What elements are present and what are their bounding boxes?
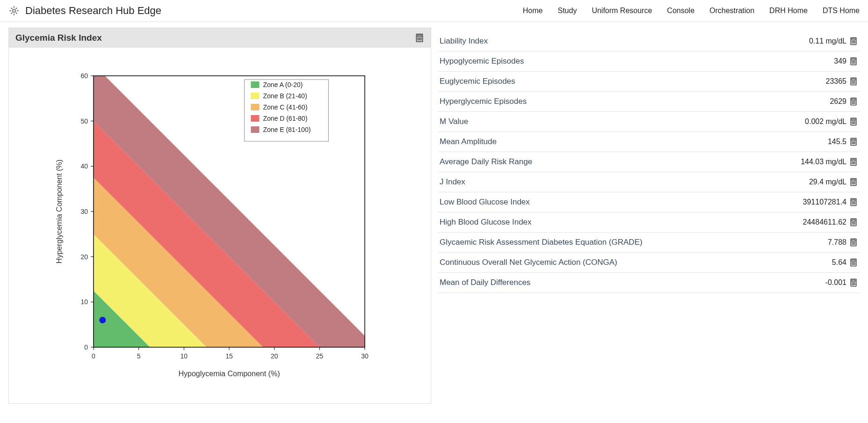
metric-value: 5.64 bbox=[832, 258, 846, 267]
calculator-icon[interactable] bbox=[849, 117, 858, 126]
svg-point-7 bbox=[419, 40, 420, 40]
svg-rect-83 bbox=[852, 99, 855, 101]
nav-item-drh-home[interactable]: DRH Home bbox=[769, 7, 808, 15]
svg-text:20: 20 bbox=[80, 253, 88, 261]
svg-point-64 bbox=[853, 43, 854, 43]
metric-value: 0.11 mg/dL bbox=[809, 37, 846, 45]
svg-rect-123 bbox=[852, 200, 855, 201]
metric-value: 24484611.62 bbox=[803, 218, 846, 226]
calculator-icon[interactable] bbox=[849, 258, 858, 267]
svg-point-89 bbox=[854, 103, 855, 103]
metric-value: 144.03 mg/dL bbox=[801, 158, 846, 166]
svg-text:30: 30 bbox=[361, 352, 369, 360]
svg-point-104 bbox=[853, 143, 854, 144]
svg-point-156 bbox=[852, 283, 852, 283]
svg-text:Zone D (61-80): Zone D (61-80) bbox=[263, 115, 307, 122]
left-panel: Glycemia Risk Index 05101520253001020304… bbox=[8, 28, 431, 404]
calculator-icon[interactable] bbox=[849, 178, 858, 186]
svg-point-105 bbox=[854, 143, 855, 144]
right-panel: Liability Index 0.11 mg/dL Hypoglycemic … bbox=[438, 28, 860, 404]
svg-point-143 bbox=[852, 244, 852, 244]
svg-text:15: 15 bbox=[225, 352, 233, 360]
svg-rect-99 bbox=[852, 139, 855, 141]
svg-point-81 bbox=[854, 83, 855, 83]
metric-label: High Blood Glucose Index bbox=[440, 218, 532, 227]
metric-row: Average Daily Risk Range 144.03 mg/dL bbox=[438, 152, 860, 172]
metric-value: 349 bbox=[834, 57, 846, 66]
calculator-icon[interactable] bbox=[415, 33, 424, 43]
header: Diabetes Research Hub Edge HomeStudyUnif… bbox=[0, 0, 868, 22]
svg-point-140 bbox=[852, 242, 852, 243]
nav-item-home[interactable]: Home bbox=[523, 7, 543, 15]
svg-point-70 bbox=[854, 61, 855, 62]
metric-value-wrap: 23365 bbox=[826, 77, 858, 86]
calculator-icon[interactable] bbox=[849, 37, 858, 45]
svg-point-61 bbox=[853, 41, 854, 42]
svg-point-68 bbox=[852, 61, 852, 62]
svg-point-93 bbox=[853, 122, 854, 122]
metric-value: 23365 bbox=[826, 77, 847, 86]
nav-item-orchestration[interactable]: Orchestration bbox=[709, 7, 754, 15]
metric-row: Continuous Overall Net Glycemic Action (… bbox=[438, 253, 860, 273]
svg-point-71 bbox=[852, 63, 852, 63]
calculator-icon[interactable] bbox=[849, 198, 858, 206]
calculator-icon[interactable] bbox=[849, 97, 858, 106]
svg-text:10: 10 bbox=[181, 352, 188, 360]
metric-row: Hyperglycemic Episodes 2629 bbox=[438, 92, 860, 112]
svg-text:Hyperglycemia Component (%): Hyperglycemia Component (%) bbox=[55, 160, 63, 263]
svg-point-127 bbox=[852, 204, 852, 204]
svg-rect-50 bbox=[251, 93, 259, 99]
svg-point-80 bbox=[853, 83, 854, 83]
svg-point-63 bbox=[852, 43, 852, 43]
svg-rect-52 bbox=[251, 104, 259, 110]
svg-point-150 bbox=[854, 263, 855, 263]
metric-label: Mean Amplitude bbox=[440, 137, 497, 146]
metric-row: J Index 29.4 mg/dL bbox=[438, 172, 860, 192]
svg-point-124 bbox=[852, 202, 852, 203]
chart-area: 0510152025300102030405060Hypoglycemia Co… bbox=[9, 48, 431, 403]
calculator-icon[interactable] bbox=[849, 158, 858, 166]
svg-point-102 bbox=[854, 142, 855, 142]
logo-icon bbox=[8, 5, 20, 16]
svg-text:0: 0 bbox=[84, 343, 88, 351]
nav-item-uniform-resource[interactable]: Uniform Resource bbox=[592, 7, 652, 15]
metric-label: Low Blood Glucose Index bbox=[440, 197, 530, 207]
metric-value-wrap: 145.5 bbox=[828, 138, 858, 146]
metric-label: Glycaemic Risk Assessment Diabetes Equat… bbox=[440, 238, 643, 247]
gri-chart: 0510152025300102030405060Hypoglycemia Co… bbox=[47, 66, 383, 385]
calculator-icon[interactable] bbox=[849, 278, 858, 287]
metric-label: Euglycemic Episodes bbox=[440, 77, 515, 86]
metric-row: M Value 0.002 mg/dL bbox=[438, 112, 860, 132]
svg-text:Zone B (21-40): Zone B (21-40) bbox=[263, 92, 307, 100]
svg-point-159 bbox=[852, 284, 852, 284]
calculator-icon[interactable] bbox=[849, 77, 858, 86]
nav-item-dts-home[interactable]: DTS Home bbox=[823, 7, 860, 15]
svg-point-153 bbox=[854, 264, 855, 264]
svg-point-118 bbox=[854, 182, 855, 182]
metric-row: Mean of Daily Differences -0.001 bbox=[438, 273, 860, 293]
metric-value-wrap: 29.4 mg/dL bbox=[809, 178, 858, 186]
metric-row: Low Blood Glucose Index 391107281.4 bbox=[438, 192, 860, 212]
svg-text:5: 5 bbox=[137, 352, 141, 360]
svg-point-62 bbox=[854, 41, 855, 42]
svg-point-134 bbox=[854, 222, 855, 223]
calculator-icon[interactable] bbox=[849, 218, 858, 226]
calculator-icon[interactable] bbox=[849, 238, 858, 247]
metric-label: Liability Index bbox=[440, 36, 488, 46]
svg-point-79 bbox=[852, 83, 852, 83]
calculator-icon[interactable] bbox=[849, 57, 858, 66]
metric-label: Hyperglycemic Episodes bbox=[440, 97, 527, 106]
svg-point-145 bbox=[854, 244, 855, 244]
svg-rect-147 bbox=[852, 260, 855, 262]
svg-rect-131 bbox=[852, 220, 855, 221]
metric-row: High Blood Glucose Index 24484611.62 bbox=[438, 212, 860, 233]
calculator-icon[interactable] bbox=[849, 138, 858, 146]
svg-point-4 bbox=[419, 38, 420, 38]
svg-rect-155 bbox=[852, 280, 855, 282]
svg-point-125 bbox=[853, 202, 854, 203]
svg-point-69 bbox=[853, 61, 854, 62]
metric-value: 145.5 bbox=[828, 138, 846, 146]
svg-rect-48 bbox=[251, 81, 259, 88]
nav-item-console[interactable]: Console bbox=[667, 7, 694, 15]
nav-item-study[interactable]: Study bbox=[557, 7, 577, 15]
